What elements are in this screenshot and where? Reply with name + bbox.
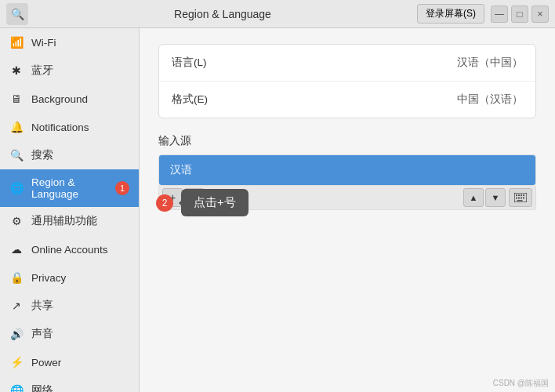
sidebar-item-label: 网络 <box>31 383 53 392</box>
network-icon: 🌐 <box>9 383 24 392</box>
sidebar-item-label: Privacy <box>31 272 66 284</box>
svg-rect-8 <box>523 198 524 199</box>
sidebar-item-label: 共享 <box>31 299 53 313</box>
privacy-icon: 🔒 <box>9 270 24 285</box>
sidebar-item-background[interactable]: 🖥 Background <box>0 85 139 113</box>
svg-rect-9 <box>517 200 523 201</box>
bell-icon: 🔔 <box>9 120 24 134</box>
sidebar-item-label: Background <box>31 93 88 105</box>
sidebar-item-label: Notifications <box>31 122 89 133</box>
region-badge: 1 <box>115 181 129 195</box>
sidebar-item-label: Online Accounts <box>31 244 108 256</box>
titlebar: 🔍 Region & Language 登录屏幕(S) — □ × <box>0 0 555 28</box>
maximize-button[interactable]: □ <box>511 5 528 23</box>
svg-rect-4 <box>523 194 524 196</box>
sidebar-item-notifications[interactable]: 🔔 Notifications <box>0 113 139 141</box>
language-label: 语言(L) <box>172 56 457 70</box>
sidebar-item-online-accounts[interactable]: ☁ Online Accounts <box>0 235 139 263</box>
sidebar-item-label: 蓝牙 <box>31 64 53 78</box>
language-value: 汉语（中国） <box>457 56 523 70</box>
sidebar-item-power[interactable]: ⚡ Power <box>0 348 139 376</box>
input-source-toolbar: + − 2 点击+号 ▲ ▼ <box>158 186 536 210</box>
login-screen-button[interactable]: 登录屏幕(S) <box>417 4 484 24</box>
keyboard-icon <box>514 193 527 202</box>
sidebar-item-label: 声音 <box>31 327 53 341</box>
format-row[interactable]: 格式(E) 中国（汉语） <box>159 82 535 118</box>
tooltip-badge: 2 <box>156 194 173 212</box>
sidebar-item-share[interactable]: ↗ 共享 <box>0 292 139 320</box>
sidebar-item-sound[interactable]: 🔊 声音 <box>0 320 139 348</box>
sidebar-item-network[interactable]: 🌐 网络 <box>0 376 139 392</box>
format-value: 中国（汉语） <box>457 93 523 107</box>
watermark: CSDN @陈福国 <box>493 378 549 389</box>
svg-rect-1 <box>516 194 517 196</box>
sidebar: 📶 Wi-Fi ✱ 蓝牙 🖥 Background 🔔 Notification… <box>0 28 140 392</box>
input-source-item-chinese[interactable]: 汉语 <box>159 155 535 185</box>
move-up-button[interactable]: ▲ <box>463 188 484 207</box>
sidebar-item-privacy[interactable]: 🔒 Privacy <box>0 263 139 292</box>
sidebar-item-label: 通用辅助功能 <box>31 214 97 228</box>
content-area: 语言(L) 汉语（中国） 格式(E) 中国（汉语） 输入源 汉语 + − 2 点… <box>140 28 555 392</box>
move-down-button[interactable]: ▼ <box>485 188 506 207</box>
sidebar-item-label: Wi-Fi <box>31 37 56 49</box>
sidebar-item-wifi[interactable]: 📶 Wi-Fi <box>0 28 139 56</box>
power-icon: ⚡ <box>9 355 24 369</box>
sidebar-item-label: Region & Language <box>31 176 107 200</box>
svg-rect-2 <box>518 194 520 196</box>
svg-rect-5 <box>516 198 517 199</box>
accessibility-icon: ⚙ <box>9 214 24 228</box>
sidebar-item-bluetooth[interactable]: ✱ 蓝牙 <box>0 56 139 85</box>
window-title: Region & Language <box>28 8 417 20</box>
tooltip-bubble: 点击+号 <box>181 189 248 216</box>
globe-icon: 🌐 <box>9 181 24 195</box>
close-button[interactable]: × <box>531 5 549 23</box>
main-layout: 📶 Wi-Fi ✱ 蓝牙 🖥 Background 🔔 Notification… <box>0 28 555 392</box>
input-source-list: 汉语 <box>158 154 536 186</box>
sound-icon: 🔊 <box>9 327 24 341</box>
language-format-box: 语言(L) 汉语（中国） 格式(E) 中国（汉语） <box>158 44 536 118</box>
window-controls: — □ × <box>491 5 549 23</box>
sidebar-item-region[interactable]: 🌐 Region & Language 1 <box>0 169 139 207</box>
cloud-icon: ☁ <box>9 242 24 256</box>
language-row[interactable]: 语言(L) 汉语（中国） <box>159 45 535 82</box>
svg-rect-6 <box>518 198 520 199</box>
sidebar-item-search[interactable]: 🔍 搜索 <box>0 141 139 169</box>
svg-rect-7 <box>521 198 522 199</box>
keyboard-settings-button[interactable] <box>509 188 532 207</box>
sidebar-item-accessibility[interactable]: ⚙ 通用辅助功能 <box>0 207 139 235</box>
sidebar-item-label: Power <box>31 357 61 368</box>
background-icon: 🖥 <box>9 92 24 106</box>
minimize-button[interactable]: — <box>491 5 508 23</box>
input-source-title: 输入源 <box>158 134 536 148</box>
search-button[interactable]: 🔍 <box>6 3 28 25</box>
bluetooth-icon: ✱ <box>9 64 24 78</box>
tooltip-container: 2 点击+号 <box>159 189 248 216</box>
share-icon: ↗ <box>9 299 24 313</box>
search-icon: 🔍 <box>9 148 24 162</box>
svg-rect-3 <box>521 194 522 196</box>
wifi-icon: 📶 <box>9 35 24 49</box>
sidebar-item-label: 搜索 <box>31 148 53 162</box>
format-label: 格式(E) <box>172 93 457 107</box>
